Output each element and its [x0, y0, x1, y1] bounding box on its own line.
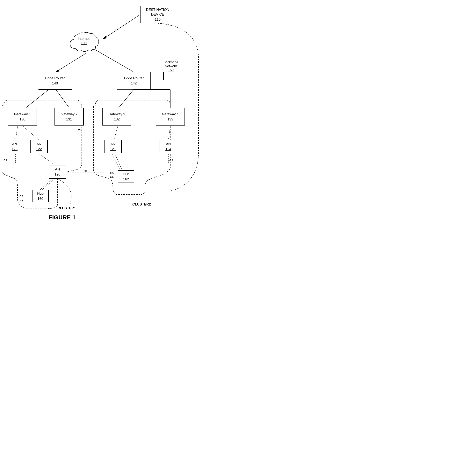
svg-line-2	[103, 15, 140, 39]
gateway-130-label: Gateway 1	[14, 112, 31, 117]
c3-gw133-label: C3	[169, 159, 173, 162]
edge-router-142-node: Edge Router 142	[117, 72, 151, 90]
svg-line-7	[24, 90, 49, 109]
c6-label: C6	[110, 175, 114, 178]
internet-id: 190	[81, 41, 86, 45]
an-124-id: 124	[165, 147, 171, 151]
svg-line-27	[115, 154, 123, 171]
hub-160-id: 160	[37, 197, 43, 201]
edge-router-140-id: 140	[52, 81, 58, 85]
diagram: DESTINATIONDEVICE 110 Internet 190 Backb…	[0, 0, 214, 234]
an-121-label: AN	[110, 142, 115, 146]
gateway-131-label: Gateway 2	[61, 112, 77, 117]
an-121-id: 121	[110, 147, 116, 151]
figure-label: FIGURE 1	[49, 214, 76, 221]
svg-line-21	[41, 179, 54, 191]
destination-device-id: 110	[155, 17, 161, 22]
svg-line-9	[56, 90, 70, 109]
gateway-131-id: 131	[66, 117, 72, 121]
c2-label: C2	[3, 159, 7, 162]
svg-line-29	[168, 127, 170, 140]
an-120-node: AN 120	[49, 165, 66, 179]
an-124-node: AN 124	[160, 140, 177, 153]
gateway-132-label: Gateway 3	[108, 112, 125, 117]
edge-router-140-label: Edge Router	[45, 76, 65, 81]
c1-label: C1	[84, 169, 87, 173]
an-124-label: AN	[166, 142, 171, 146]
hub-160-node: Hub 160	[32, 190, 49, 202]
hub-162-node: Hub 162	[118, 170, 134, 183]
internet-node: Internet 190	[68, 31, 99, 54]
gateway-133-label: Gateway 4	[162, 112, 179, 117]
c4-gw131-label: C4	[78, 128, 82, 132]
an-123-id: 123	[12, 147, 17, 151]
edge-router-142-label: Edge Router	[124, 76, 144, 81]
an-122-node: AN 122	[30, 140, 48, 153]
hub-162-label: Hub	[123, 172, 129, 176]
gateway-130-id: 130	[19, 117, 25, 121]
hub-162-id: 162	[123, 177, 129, 181]
gateway-133-id: 133	[167, 117, 173, 121]
an-121-node: AN 121	[104, 140, 122, 153]
c3-gw130-label: C3	[19, 195, 23, 198]
svg-line-18	[16, 127, 17, 140]
svg-line-19	[23, 127, 39, 140]
an-122-id: 122	[36, 147, 42, 151]
gateway-130-node: Gateway 1 130	[8, 108, 37, 126]
svg-line-13	[118, 90, 134, 109]
svg-line-25	[114, 127, 118, 140]
backbone-network-label: BackboneNetwork 150	[163, 60, 178, 72]
an-123-node: AN 123	[6, 140, 23, 153]
an-123-label: AN	[12, 142, 17, 146]
c4-gw130-label: C4	[19, 199, 23, 203]
svg-line-22	[39, 179, 52, 191]
svg-line-3	[56, 53, 86, 72]
an-120-id: 120	[54, 172, 60, 177]
an-120-label: AN	[55, 167, 60, 172]
cluster2-label: CLUSTER2	[132, 202, 151, 206]
an-122-label: AN	[36, 142, 41, 146]
c5-label: C5	[110, 171, 114, 175]
edge-router-142-id: 142	[131, 81, 137, 85]
internet-label: Internet	[78, 37, 90, 41]
gateway-132-id: 132	[114, 117, 120, 121]
gateway-133-node: Gateway 4 133	[156, 108, 185, 126]
edge-router-140-node: Edge Router 140	[38, 72, 72, 90]
svg-line-26	[112, 154, 121, 171]
svg-line-4	[94, 49, 134, 72]
gateway-132-node: Gateway 3 132	[102, 108, 131, 126]
gateway-131-node: Gateway 2 131	[54, 108, 84, 126]
svg-line-20	[39, 154, 55, 165]
backbone-id: 150	[168, 68, 174, 72]
cluster1-label: CLUSTER1	[57, 206, 76, 210]
destination-device-label: DESTINATIONDEVICE	[146, 8, 169, 17]
destination-device-node: DESTINATIONDEVICE 110	[140, 6, 175, 23]
hub-160-label: Hub	[37, 191, 43, 196]
